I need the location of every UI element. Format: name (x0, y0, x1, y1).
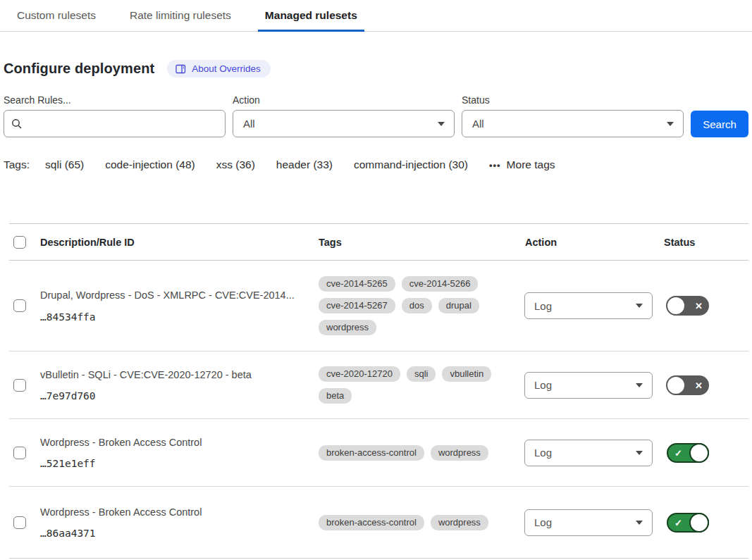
tab-managed-rulesets[interactable]: Managed rulesets (258, 0, 364, 31)
tags-bar: Tags: sqli (65) code-injection (48) xss … (4, 158, 748, 171)
tags-bar-label: Tags: (4, 158, 30, 171)
row-checkbox[interactable] (13, 447, 26, 459)
status-filter-select[interactable]: All (462, 110, 684, 137)
column-header-tags: Tags (319, 237, 524, 248)
tag-chip: wordpress (431, 515, 488, 530)
toggle-state-icon: ✕ (695, 380, 703, 390)
column-header-action: Action (524, 237, 658, 248)
more-tags-label: More tags (507, 158, 555, 171)
status-toggle[interactable]: ✓ (667, 513, 709, 533)
search-label: Search Rules... (4, 94, 233, 106)
status-filter-label: Status (462, 94, 691, 106)
toggle-knob (689, 513, 709, 533)
tag-chip: dos (402, 298, 432, 313)
column-header-description: Description/Rule ID (35, 237, 319, 248)
action-filter-select[interactable]: All (233, 110, 455, 137)
search-button[interactable]: Search (691, 111, 748, 137)
status-field-group: Status All (462, 94, 691, 137)
chevron-down-icon (438, 122, 445, 126)
tag-filter-sqli[interactable]: sqli (65) (45, 158, 84, 171)
status-toggle[interactable]: ✕ (667, 375, 709, 395)
tab-rate-limiting-rulesets[interactable]: Rate limiting rulesets (123, 0, 238, 31)
tab-bar: Custom rulesets Rate limiting rulesets M… (0, 0, 752, 32)
rule-tags: broken-access-controlwordpress (319, 438, 524, 468)
row-checkbox[interactable] (13, 299, 26, 312)
action-field-group: Action All (233, 94, 462, 137)
tag-chip: cve-2014-5265 (319, 276, 395, 292)
rule-id: …86aa4371 (40, 528, 309, 539)
more-tags-button[interactable]: ••• More tags (489, 158, 555, 171)
tag-chip: sqli (407, 366, 436, 382)
page-title: Configure deployment (4, 61, 154, 77)
tag-chip: cve-2014-5266 (402, 276, 479, 292)
action-filter-value: All (243, 118, 255, 130)
rule-description: vBulletin - SQLi - CVE:CVE-2020-12720 - … (40, 368, 309, 381)
action-filter-label: Action (233, 94, 462, 106)
rule-description: Drupal, Wordpress - DoS - XMLRPC - CVE:C… (40, 289, 309, 301)
tag-filter-command-injection[interactable]: command-injection (30) (354, 158, 468, 171)
toggle-knob (666, 375, 686, 395)
tag-chip: broken-access-control (319, 515, 424, 530)
tab-custom-rulesets[interactable]: Custom rulesets (10, 0, 103, 31)
status-toggle[interactable]: ✕ (667, 296, 709, 316)
tag-chip: broken-access-control (319, 445, 424, 461)
about-overrides-link[interactable]: About Overrides (167, 60, 271, 77)
toggle-state-icon: ✓ (674, 518, 682, 527)
chevron-down-icon (636, 451, 643, 455)
table-rows: Drupal, Wordpress - DoS - XMLRPC - CVE:C… (9, 261, 748, 559)
rule-id: …84534ffa (40, 311, 309, 323)
table-row: Wordpress - Broken Access Control …86aa4… (9, 487, 748, 559)
tag-chip: vbulletin (442, 366, 491, 382)
search-icon (11, 118, 23, 130)
rules-table: Description/Rule ID Tags Action Status D… (9, 223, 748, 559)
tag-chip: cve-2014-5267 (319, 298, 395, 313)
action-select[interactable]: Log (524, 440, 653, 466)
search-box (4, 110, 226, 137)
toggle-knob (689, 443, 709, 463)
table-header: Description/Rule ID Tags Action Status (9, 224, 748, 261)
rule-tags: cve-2020-12720sqlivbulletinbeta (319, 359, 524, 411)
table-row: Wordpress - Broken Access Control …521e1… (9, 419, 748, 487)
tag-chip: drupal (438, 298, 479, 313)
row-checkbox[interactable] (13, 379, 26, 392)
rule-tags: cve-2014-5265cve-2014-5266cve-2014-5267d… (319, 269, 524, 342)
tag-filter-header[interactable]: header (33) (276, 158, 333, 171)
toggle-knob (666, 296, 686, 316)
action-select-value: Log (534, 516, 552, 528)
book-icon (175, 64, 186, 74)
table-row: Drupal, Wordpress - DoS - XMLRPC - CVE:C… (9, 261, 748, 351)
action-select[interactable]: Log (524, 292, 653, 319)
search-field-group: Search Rules... (4, 94, 233, 137)
table-row: vBulletin - SQLi - CVE:CVE-2020-12720 - … (9, 351, 748, 419)
tab-label: Custom rulesets (17, 9, 96, 22)
action-select-value: Log (534, 379, 552, 391)
status-toggle[interactable]: ✓ (667, 443, 709, 463)
rule-id: …7e97d760 (40, 390, 309, 402)
tag-chip: beta (319, 388, 352, 404)
about-overrides-label: About Overrides (192, 63, 261, 74)
rule-description: Wordpress - Broken Access Control (40, 436, 309, 449)
action-select[interactable]: Log (524, 372, 653, 399)
tab-label: Rate limiting rulesets (130, 9, 231, 22)
tag-chip: cve-2020-12720 (319, 366, 400, 382)
rule-description: Wordpress - Broken Access Control (40, 506, 309, 518)
select-all-checkbox[interactable] (13, 236, 26, 249)
action-select-value: Log (534, 300, 552, 312)
tag-filter-xss[interactable]: xss (36) (216, 158, 255, 171)
chevron-down-icon (636, 521, 643, 525)
rule-tags: broken-access-controlwordpress (319, 508, 524, 537)
tag-chip: wordpress (319, 320, 376, 335)
chevron-down-icon (667, 122, 674, 126)
search-input[interactable] (28, 117, 218, 130)
tag-chip: wordpress (431, 445, 488, 461)
chevron-down-icon (636, 304, 643, 308)
toggle-state-icon: ✓ (674, 448, 682, 457)
action-select[interactable]: Log (524, 509, 653, 536)
row-checkbox[interactable] (13, 516, 26, 529)
tag-filter-code-injection[interactable]: code-injection (48) (105, 158, 195, 171)
ellipsis-icon: ••• (489, 160, 501, 170)
action-select-value: Log (534, 447, 552, 459)
status-filter-value: All (472, 118, 484, 130)
tab-label: Managed rulesets (265, 9, 357, 22)
column-header-status: Status (658, 237, 748, 248)
